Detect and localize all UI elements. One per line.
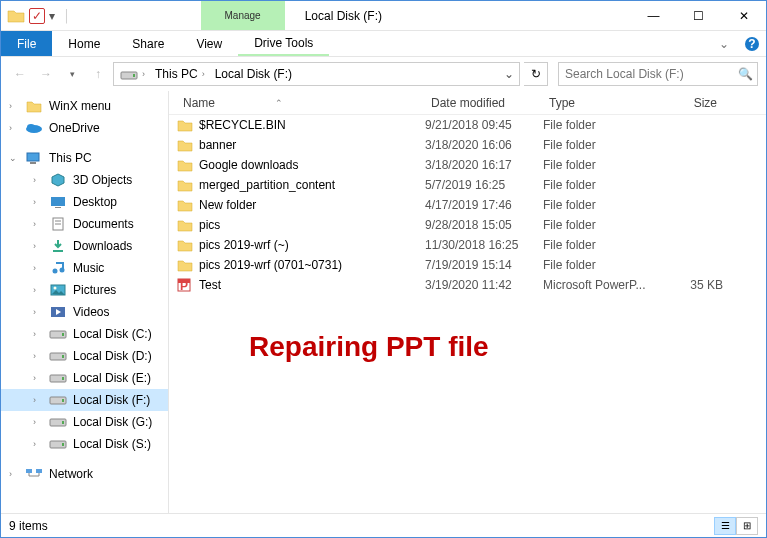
navitem-local-disk-g[interactable]: ›Local Disk (G:) [1, 411, 168, 433]
svg-rect-8 [51, 197, 65, 206]
view-large-icons-button[interactable]: ⊞ [736, 517, 758, 535]
search-icon[interactable]: 🔍 [733, 67, 757, 81]
navitem-music[interactable]: ›Music [1, 257, 168, 279]
folder-icon [177, 218, 193, 232]
minimize-button[interactable]: — [631, 1, 676, 30]
folder-icon [177, 258, 193, 272]
file-row[interactable]: pics 2019-wrf (0701~0731)7/19/2019 15:14… [169, 255, 766, 275]
refresh-button[interactable]: ↻ [524, 62, 548, 86]
window-title: Local Disk (F:) [305, 9, 382, 23]
maximize-button[interactable]: ☐ [676, 1, 721, 30]
tab-drive-tools[interactable]: Drive Tools [238, 31, 329, 56]
view-details-button[interactable]: ☰ [714, 517, 736, 535]
folder-icon [177, 238, 193, 252]
navitem-local-disk-s[interactable]: ›Local Disk (S:) [1, 433, 168, 455]
folder-icon [177, 118, 193, 132]
file-row[interactable]: pics9/28/2018 15:05File folder [169, 215, 766, 235]
file-row[interactable]: PTest3/19/2020 11:42Microsoft PowerP...3… [169, 275, 766, 295]
header-size[interactable]: Size [663, 96, 723, 110]
close-button[interactable]: ✕ [721, 1, 766, 30]
navitem-local-disk-f[interactable]: ›Local Disk (F:) [1, 389, 168, 411]
folder-icon [177, 198, 193, 212]
folder-icon [177, 158, 193, 172]
svg-rect-26 [62, 399, 64, 402]
svg-point-17 [54, 287, 57, 290]
tab-home[interactable]: Home [52, 31, 116, 56]
svg-rect-6 [27, 153, 39, 161]
navitem-local-disk-c[interactable]: ›Local Disk (C:) [1, 323, 168, 345]
navitem-videos[interactable]: ›Videos [1, 301, 168, 323]
address-bar[interactable]: › This PC › Local Disk (F:) ⌄ [113, 62, 520, 86]
tab-view[interactable]: View [180, 31, 238, 56]
qat-checked-button[interactable]: ✓ [29, 8, 45, 24]
sort-asc-icon: ⌃ [275, 98, 283, 108]
ribbon-tabs: File Home Share View Drive Tools ⌄ ? [1, 31, 766, 57]
qat-dropdown[interactable]: ▾ [49, 9, 55, 23]
svg-rect-28 [62, 421, 64, 424]
address-dropdown[interactable]: ⌄ [501, 67, 517, 81]
search-box[interactable]: 🔍 [558, 62, 758, 86]
search-input[interactable] [559, 67, 733, 81]
svg-rect-32 [36, 469, 42, 473]
header-name[interactable]: Name⌃ [177, 96, 425, 110]
help-button[interactable]: ? [738, 31, 766, 56]
pc-icon [25, 150, 43, 166]
titlebar: ✓ ▾ │ Manage Local Disk (F:) — ☐ ✕ [1, 1, 766, 31]
ribbon-expand-button[interactable]: ⌄ [710, 31, 738, 56]
svg-text:?: ? [748, 37, 755, 51]
navitem-desktop[interactable]: ›Desktop [1, 191, 168, 213]
navitem-pictures[interactable]: ›Pictures [1, 279, 168, 301]
file-row[interactable]: pics 2019-wrf (~)11/30/2018 16:25File fo… [169, 235, 766, 255]
svg-point-5 [27, 124, 35, 130]
svg-rect-9 [55, 207, 61, 208]
svg-rect-3 [133, 74, 135, 77]
overlay-caption: Repairing PPT file [249, 331, 489, 363]
crumb-disk-icon[interactable]: › [116, 65, 149, 83]
tab-file[interactable]: File [1, 31, 52, 56]
navitem-local-disk-e[interactable]: ›Local Disk (E:) [1, 367, 168, 389]
navitem-documents[interactable]: ›Documents [1, 213, 168, 235]
folder-icon [177, 138, 193, 152]
folder-icon [7, 8, 25, 24]
file-row[interactable]: $RECYCLE.BIN9/21/2018 09:45File folder [169, 115, 766, 135]
navitem-thispc[interactable]: ⌄ This PC [1, 147, 168, 169]
tab-share[interactable]: Share [116, 31, 180, 56]
recent-dropdown[interactable]: ▾ [61, 63, 83, 85]
chevron-down-icon: ⌄ [9, 153, 19, 163]
header-type[interactable]: Type [543, 96, 663, 110]
svg-rect-22 [62, 355, 64, 358]
file-list[interactable]: $RECYCLE.BIN9/21/2018 09:45File folderba… [169, 115, 766, 513]
file-row[interactable]: New folder4/17/2019 17:46File folder [169, 195, 766, 215]
crumb-thispc[interactable]: This PC › [151, 65, 209, 83]
navitem-downloads[interactable]: ›Downloads [1, 235, 168, 257]
main-area: ›WinX menu›OneDrive ⌄ This PC ›3D Object… [1, 91, 766, 513]
contextual-tab-manage[interactable]: Manage [201, 1, 285, 30]
nav-pane[interactable]: ›WinX menu›OneDrive ⌄ This PC ›3D Object… [1, 91, 169, 513]
back-button[interactable]: ← [9, 63, 31, 85]
up-button[interactable]: ↑ [87, 63, 109, 85]
quick-access-toolbar: ✓ ▾ │ [1, 1, 81, 30]
svg-rect-13 [53, 250, 63, 252]
address-row: ← → ▾ ↑ › This PC › Local Disk (F:) ⌄ ↻ … [1, 57, 766, 91]
svg-rect-24 [62, 377, 64, 380]
qat-separator: │ [63, 9, 71, 23]
network-icon [25, 466, 43, 482]
crumb-localdisk-f[interactable]: Local Disk (F:) [211, 65, 296, 83]
navitem-winx-menu[interactable]: ›WinX menu [1, 95, 168, 117]
status-bar: 9 items ☰ ⊞ [1, 513, 766, 537]
navitem-3d-objects[interactable]: ›3D Objects [1, 169, 168, 191]
file-row[interactable]: banner3/18/2020 16:06File folder [169, 135, 766, 155]
file-row[interactable]: Google downloads3/18/2020 16:17File fold… [169, 155, 766, 175]
header-date[interactable]: Date modified [425, 96, 543, 110]
svg-rect-20 [62, 333, 64, 336]
folder-icon [177, 178, 193, 192]
navitem-local-disk-d[interactable]: ›Local Disk (D:) [1, 345, 168, 367]
navitem-onedrive[interactable]: ›OneDrive [1, 117, 168, 139]
svg-text:P: P [180, 279, 188, 292]
ppt-icon: P [177, 278, 193, 292]
status-item-count: 9 items [9, 519, 48, 533]
file-row[interactable]: merged_partition_content5/7/2019 16:25Fi… [169, 175, 766, 195]
column-headers[interactable]: Name⌃ Date modified Type Size [169, 91, 766, 115]
forward-button[interactable]: → [35, 63, 57, 85]
navitem-network[interactable]: › Network [1, 463, 168, 485]
